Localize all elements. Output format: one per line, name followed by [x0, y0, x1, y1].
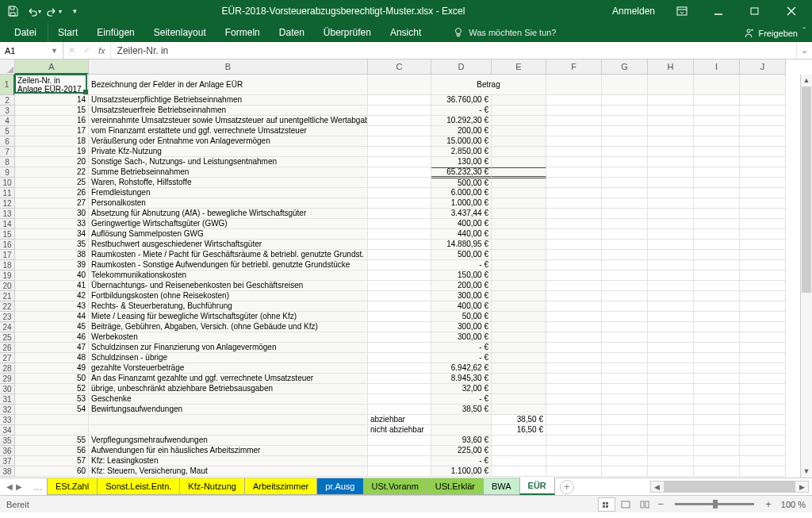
- row-header[interactable]: 28: [0, 363, 14, 374]
- sheet-tab[interactable]: Arbeitszimmer: [244, 478, 317, 495]
- sheet-prev-icon[interactable]: ◀: [6, 482, 13, 491]
- normal-view-icon[interactable]: [598, 497, 615, 512]
- cell[interactable]: [648, 353, 694, 363]
- maximize-icon[interactable]: [737, 0, 772, 22]
- cell[interactable]: [546, 271, 602, 280]
- row-header[interactable]: 38: [0, 466, 14, 477]
- cell[interactable]: [492, 219, 546, 228]
- cell[interactable]: [546, 209, 602, 218]
- row-header[interactable]: 18: [0, 260, 14, 271]
- cell[interactable]: Restbuchwert ausgeschiedener Wirtschafts…: [89, 240, 368, 249]
- column-header[interactable]: G: [602, 59, 648, 74]
- cell[interactable]: 50,00 €: [431, 312, 492, 321]
- cell[interactable]: 32,00 €: [431, 384, 492, 393]
- cell[interactable]: [602, 198, 648, 208]
- cell[interactable]: 49: [15, 363, 89, 373]
- cell[interactable]: [602, 240, 648, 249]
- column-header[interactable]: D: [431, 59, 492, 74]
- cell[interactable]: Personalkosten: [89, 198, 368, 208]
- cell[interactable]: [546, 240, 602, 249]
- sheet-next-icon[interactable]: ▶: [16, 482, 22, 491]
- cell[interactable]: [740, 198, 786, 208]
- cell[interactable]: [546, 219, 602, 228]
- cell[interactable]: [740, 95, 786, 105]
- cell[interactable]: [368, 343, 431, 352]
- cell[interactable]: [602, 312, 648, 321]
- cell[interactable]: [602, 394, 648, 404]
- hscrollbar-thumb[interactable]: [664, 482, 795, 492]
- cell[interactable]: [648, 446, 694, 455]
- cell[interactable]: [740, 394, 786, 404]
- formula-input[interactable]: [117, 45, 790, 56]
- cell[interactable]: [546, 126, 602, 136]
- cell[interactable]: [546, 456, 602, 466]
- row-header[interactable]: 12: [0, 198, 14, 209]
- cell[interactable]: [492, 229, 546, 239]
- cell[interactable]: 200,00 €: [431, 126, 492, 136]
- cell[interactable]: 19: [15, 147, 89, 156]
- ribbon-tab-start[interactable]: Start: [48, 23, 87, 42]
- share-button[interactable]: Freigeben: [735, 25, 806, 42]
- row-header[interactable]: 31: [0, 394, 14, 405]
- cell[interactable]: 300,00 €: [431, 322, 492, 332]
- cell[interactable]: Absetzung für Abnutzung (AfA) - beweglic…: [89, 209, 368, 218]
- cell[interactable]: [694, 198, 740, 208]
- cell[interactable]: [648, 363, 694, 373]
- cell[interactable]: 54: [15, 405, 89, 414]
- cell[interactable]: [694, 178, 740, 187]
- row-header[interactable]: 15: [0, 229, 14, 240]
- cell[interactable]: [492, 250, 546, 259]
- cell[interactable]: [602, 271, 648, 280]
- cell[interactable]: 55: [15, 436, 89, 445]
- new-sheet-button[interactable]: +: [560, 480, 574, 494]
- horizontal-scrollbar[interactable]: ◀ ▶: [650, 481, 809, 493]
- cell[interactable]: Werbekosten: [89, 332, 368, 342]
- cell[interactable]: [546, 353, 602, 363]
- cell[interactable]: Telekommunikationskosten: [89, 271, 368, 280]
- cell[interactable]: [740, 332, 786, 342]
- cell[interactable]: [602, 291, 648, 301]
- cell[interactable]: [740, 363, 786, 373]
- ribbon-tab-formeln[interactable]: Formeln: [216, 23, 270, 42]
- cell[interactable]: [368, 281, 431, 290]
- sheet-more-icon[interactable]: …: [29, 482, 48, 493]
- cell[interactable]: [546, 312, 602, 321]
- cell[interactable]: 34: [15, 229, 89, 239]
- sheet-tab[interactable]: ESt.Zahl: [47, 478, 98, 495]
- cell[interactable]: [648, 229, 694, 239]
- cell[interactable]: Waren, Rohstoffe, Hilfsstoffe: [89, 178, 368, 187]
- cell[interactable]: [648, 157, 694, 167]
- cell[interactable]: [368, 116, 431, 125]
- name-box-input[interactable]: [5, 46, 44, 56]
- cell[interactable]: [694, 343, 740, 352]
- column-header[interactable]: F: [546, 59, 602, 74]
- cell[interactable]: [740, 126, 786, 136]
- cell[interactable]: 200,00 €: [431, 281, 492, 290]
- cell[interactable]: Geringwertige Wirtschaftsgüter (GWG): [89, 219, 368, 228]
- cell[interactable]: 1.100,00 €: [431, 466, 492, 476]
- column-header[interactable]: H: [648, 59, 694, 74]
- row-header[interactable]: 11: [0, 188, 14, 198]
- cell[interactable]: [368, 147, 431, 156]
- cell[interactable]: 500,00 €: [431, 178, 492, 187]
- cell[interactable]: [602, 95, 648, 105]
- column-header[interactable]: J: [740, 59, 786, 74]
- cell[interactable]: übrige, unbeschränkt abziehbare Betriebs…: [89, 384, 368, 393]
- column-header[interactable]: I: [694, 59, 740, 74]
- cell[interactable]: [602, 436, 648, 445]
- cell[interactable]: [368, 271, 431, 280]
- row-header[interactable]: 35: [0, 436, 14, 446]
- cell[interactable]: [694, 260, 740, 270]
- cell[interactable]: 300,00 €: [431, 332, 492, 342]
- cell[interactable]: [492, 167, 546, 177]
- cell[interactable]: [368, 384, 431, 393]
- cell[interactable]: [492, 136, 546, 146]
- cell[interactable]: - €: [431, 353, 492, 363]
- cell[interactable]: [492, 157, 546, 167]
- cell[interactable]: Schuldzinsen zur Finanzierung von Anlage…: [89, 343, 368, 352]
- cell[interactable]: 33: [15, 219, 89, 228]
- cell[interactable]: [492, 291, 546, 301]
- cell[interactable]: [368, 178, 431, 187]
- cell[interactable]: [694, 322, 740, 332]
- cell[interactable]: [492, 384, 546, 393]
